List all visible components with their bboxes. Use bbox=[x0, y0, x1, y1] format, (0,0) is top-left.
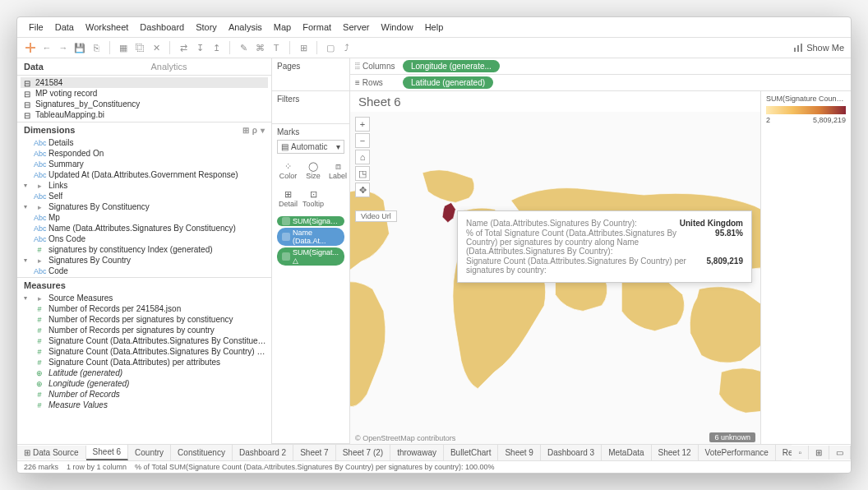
highlight-icon[interactable]: ✎ bbox=[237, 41, 250, 54]
field-item[interactable]: #Number of Records per signatures by cou… bbox=[17, 325, 271, 335]
tableau-logo-icon[interactable] bbox=[24, 41, 37, 54]
menu-data[interactable]: Data bbox=[50, 21, 79, 34]
fit-icon[interactable]: ⊞ bbox=[297, 41, 310, 54]
field-item[interactable]: #signatures by constituency Index (gener… bbox=[17, 244, 271, 255]
sheet-tab[interactable]: Sheet 7 (2) bbox=[336, 445, 390, 460]
sheet-tab[interactable]: Constituency bbox=[171, 445, 233, 460]
field-item[interactable]: AbcResponded On bbox=[17, 148, 271, 159]
tab-data-source[interactable]: ⊞Data Source bbox=[17, 446, 86, 460]
map-view[interactable]: + − ⌂ ◳ ✥ Video Url bbox=[350, 112, 760, 444]
sort-desc-icon[interactable]: ↥ bbox=[210, 41, 223, 54]
field-item[interactable]: AbcOns Code bbox=[17, 233, 271, 244]
pages-shelf[interactable]: Pages bbox=[277, 62, 344, 71]
sheet-tab[interactable]: Revoke Article 50 and remain ... bbox=[776, 445, 792, 460]
sheet-tab[interactable]: Dashboard 3 bbox=[541, 445, 602, 460]
marks-type-dropdown[interactable]: ▤Automatic ▾ bbox=[277, 140, 344, 154]
new-data-icon[interactable]: ⎘ bbox=[90, 41, 103, 54]
field-item[interactable]: AbcSummary bbox=[17, 159, 271, 169]
field-item[interactable]: #Number of Records per 241584.json bbox=[17, 303, 271, 314]
field-item[interactable]: ▾▸Signatures By Constituency bbox=[17, 201, 271, 212]
marks-label[interactable]: ⧈Label bbox=[327, 157, 349, 183]
save-icon[interactable]: 💾 bbox=[73, 41, 86, 54]
field-item[interactable]: #Number of Records per signatures by con… bbox=[17, 314, 271, 325]
zoom-in-button[interactable]: + bbox=[355, 117, 370, 132]
zoom-home-button[interactable]: ⌂ bbox=[355, 150, 370, 164]
search-icon[interactable]: ρ bbox=[252, 126, 257, 135]
new-worksheet-icon[interactable]: ▦ bbox=[117, 41, 130, 54]
tab-data[interactable]: Data bbox=[17, 58, 145, 75]
menu-window[interactable]: Window bbox=[376, 21, 418, 34]
undo-icon[interactable]: ← bbox=[40, 41, 53, 54]
share-icon[interactable]: ⤴ bbox=[340, 41, 353, 54]
field-item[interactable]: ⊕Longitude (generated) bbox=[17, 378, 271, 389]
field-item[interactable]: ⊕Latitude (generated) bbox=[17, 368, 271, 378]
view-mode-icon[interactable]: ⊞ bbox=[242, 126, 249, 135]
sheet-tab[interactable]: Sheet 6 bbox=[86, 445, 128, 460]
field-item[interactable]: #Measure Values bbox=[17, 400, 271, 410]
menu-analysis[interactable]: Analysis bbox=[224, 21, 267, 34]
sheet-tab[interactable]: MetaData bbox=[602, 445, 651, 460]
field-item[interactable]: AbcSelf bbox=[17, 191, 271, 201]
marks-detail[interactable]: ⊞Detail bbox=[277, 185, 299, 211]
abc-icon[interactable]: T bbox=[270, 41, 283, 54]
marks-color[interactable]: ⁘Color bbox=[277, 157, 299, 183]
sheet-tab[interactable]: BulletChart bbox=[444, 445, 498, 460]
presentation-icon[interactable]: ▢ bbox=[324, 41, 337, 54]
field-item[interactable]: #Signature Count (Data.Attributes.Signat… bbox=[17, 346, 271, 357]
menu-help[interactable]: Help bbox=[420, 21, 449, 34]
zoom-area-button[interactable]: ◳ bbox=[355, 166, 370, 181]
filters-shelf[interactable]: Filters bbox=[277, 95, 344, 104]
columns-pill[interactable]: Longitude (generate... bbox=[403, 60, 500, 72]
swap-icon[interactable]: ⇄ bbox=[177, 41, 190, 54]
menu-dashboard[interactable]: Dashboard bbox=[135, 21, 189, 34]
sheet-tab[interactable]: Sheet 7 bbox=[293, 445, 335, 460]
clear-icon[interactable]: ✕ bbox=[150, 41, 163, 54]
new-dashboard-button[interactable]: ⊞ bbox=[809, 446, 829, 460]
menu-story[interactable]: Story bbox=[191, 21, 222, 34]
field-item[interactable]: AbcUpdated At (Data.Attributes.Governmen… bbox=[17, 169, 271, 180]
data-source-item[interactable]: ⊟241584 bbox=[21, 77, 268, 88]
group-icon[interactable]: ⌘ bbox=[253, 41, 266, 54]
sheet-tab[interactable]: Dashboard 2 bbox=[233, 445, 293, 460]
color-legend[interactable]: SUM(Signature Count (... 2 5,809,219 bbox=[760, 91, 851, 444]
field-item[interactable]: AbcCode bbox=[17, 266, 271, 276]
pan-button[interactable]: ✥ bbox=[355, 183, 370, 197]
sheet-tab[interactable]: Sheet 9 bbox=[498, 445, 540, 460]
marks-pill[interactable]: SUM(Signature... bbox=[277, 216, 344, 226]
unknown-badge[interactable]: 6 unknown bbox=[709, 432, 755, 442]
field-item[interactable]: #Signature Count (Data.Attributes) per a… bbox=[17, 357, 271, 368]
tab-analytics[interactable]: Analytics bbox=[145, 58, 272, 75]
data-source-item[interactable]: ⊟Signatures_by_Constituency bbox=[21, 99, 268, 109]
marks-pill[interactable]: Name (Data.At... bbox=[277, 228, 344, 246]
marks-tooltip[interactable]: ⊡Tooltip bbox=[301, 185, 326, 211]
marks-size[interactable]: ◯Size bbox=[301, 157, 326, 183]
zoom-out-button[interactable]: − bbox=[355, 133, 370, 148]
sheet-tab[interactable]: throwaway bbox=[390, 445, 444, 460]
field-item[interactable]: ▾▸Links bbox=[17, 180, 271, 191]
menu-worksheet[interactable]: Worksheet bbox=[81, 21, 133, 34]
sheet-tab[interactable]: Sheet 12 bbox=[652, 445, 699, 460]
field-item[interactable]: #Number of Records bbox=[17, 389, 271, 400]
field-item[interactable]: ▾▸Signatures By Country bbox=[17, 255, 271, 266]
new-story-button[interactable]: ▭ bbox=[829, 446, 851, 460]
menu-file[interactable]: File bbox=[24, 21, 48, 34]
data-source-item[interactable]: ⊟TableauMapping.bi bbox=[21, 109, 268, 120]
field-item[interactable]: AbcMp bbox=[17, 212, 271, 223]
data-source-item[interactable]: ⊟MP voting record bbox=[21, 88, 268, 99]
video-url-badge[interactable]: Video Url bbox=[355, 210, 397, 222]
redo-icon[interactable]: → bbox=[57, 41, 70, 54]
field-item[interactable]: #Signature Count (Data.Attributes.Signat… bbox=[17, 335, 271, 346]
sheet-tab[interactable]: VotePerformance bbox=[699, 445, 776, 460]
show-me-button[interactable]: Show Me bbox=[793, 43, 844, 53]
field-item[interactable]: AbcName (Data.Attributes.Signatures By C… bbox=[17, 223, 271, 233]
rows-pill[interactable]: Latitude (generated) bbox=[403, 76, 493, 89]
sheet-tab[interactable]: Country bbox=[128, 445, 171, 460]
menu-server[interactable]: Server bbox=[338, 21, 374, 34]
menu-icon[interactable]: ▾ bbox=[261, 126, 265, 135]
menu-map[interactable]: Map bbox=[269, 21, 296, 34]
field-item[interactable]: AbcDetails bbox=[17, 137, 271, 148]
field-item[interactable]: ▾▸Source Measures bbox=[17, 293, 271, 303]
sort-asc-icon[interactable]: ↧ bbox=[193, 41, 206, 54]
duplicate-icon[interactable]: ⿻ bbox=[133, 41, 146, 54]
menu-format[interactable]: Format bbox=[298, 21, 336, 34]
